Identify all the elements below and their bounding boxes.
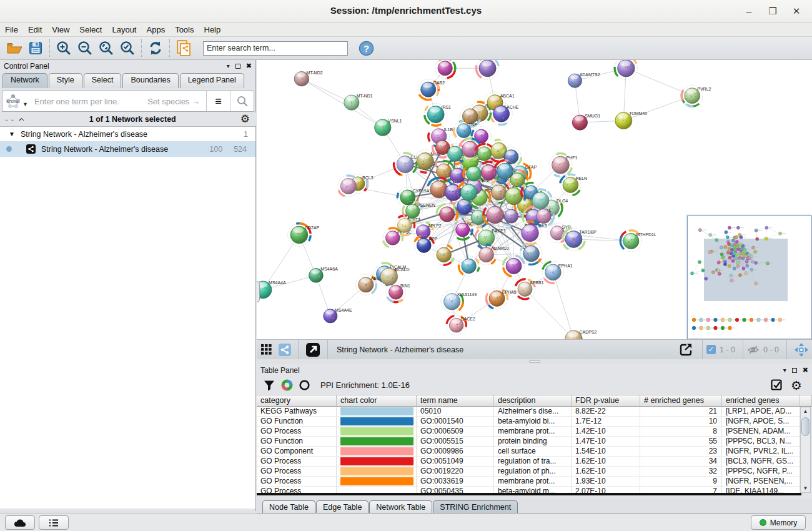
network-node[interactable]	[615, 60, 638, 80]
cell-term-name[interactable]: GO:0006509	[417, 427, 494, 437]
share-view-button[interactable]	[275, 340, 294, 359]
enrichment-row[interactable]: GO FunctionGO:0005515protein binding1.47…	[257, 437, 800, 447]
panel-minimize-icon[interactable]: ▾	[783, 367, 786, 374]
maximize-button[interactable]: ❐	[763, 4, 782, 18]
cell-category[interactable]: GO Function	[257, 417, 337, 427]
export-network-button[interactable]	[673, 340, 698, 359]
panel-float-icon[interactable]	[235, 64, 240, 69]
chart-button[interactable]	[278, 376, 295, 395]
enrichment-row[interactable]: KEGG Pathways05010Alzheimer's dise...8.8…	[257, 407, 800, 417]
cell-chart-color[interactable]	[337, 437, 417, 447]
network-node-bace2[interactable]: BACE2	[447, 315, 475, 335]
cell-chart-color[interactable]	[337, 487, 417, 493]
refresh-button[interactable]	[145, 39, 166, 57]
cell-enriched-gene-count[interactable]: 55	[640, 437, 722, 447]
grid-view-button[interactable]	[257, 340, 275, 359]
network-canvas[interactable]: MT-ND2MT-ND1VSNL1GAB2IRS1CHATABCA1ACHEIL…	[257, 60, 812, 339]
cell-chart-color[interactable]	[337, 427, 417, 437]
help-button[interactable]: ?	[355, 39, 377, 57]
tree-expand-caret-icon[interactable]: ▼	[9, 131, 15, 137]
menu-item-help[interactable]: Help	[199, 25, 226, 34]
network-options-gear-icon[interactable]: ⚙	[240, 114, 250, 124]
task-history-button[interactable]	[39, 515, 69, 530]
save-session-button[interactable]	[25, 39, 46, 57]
enrichment-row[interactable]: GO ProcessGO:0051049regulation of tra...…	[257, 457, 800, 467]
cell-fdr-p-value[interactable]: 2.07E-10	[572, 487, 640, 493]
panel-minimize-icon[interactable]: ▾	[227, 62, 230, 69]
cell-fdr-p-value[interactable]: 1.62E-10	[572, 457, 640, 467]
enrichment-row[interactable]: GO ComponentGO:0009986cell surface1.54E-…	[257, 447, 800, 457]
menu-item-apps[interactable]: Apps	[142, 25, 171, 34]
network-node[interactable]	[476, 60, 498, 79]
column-header-term-name[interactable]: term name	[417, 395, 494, 407]
network-node-cdk5[interactable]: CDK5	[518, 222, 547, 245]
network-node[interactable]	[435, 60, 455, 78]
column-header-chart-color[interactable]: chart color	[337, 395, 417, 407]
tab-boundaries[interactable]: Boundaries	[122, 73, 178, 88]
network-node-cadps2[interactable]: CADPS2	[565, 330, 597, 339]
network-node-pvrl2[interactable]: PVRL2	[681, 85, 711, 106]
minimize-button[interactable]: –	[740, 4, 758, 18]
network-node-kiaa1149[interactable]: KIAA1149	[441, 290, 477, 312]
table-scrollbar[interactable]: ▲ ▼	[800, 407, 811, 493]
network-node-ms4a4a[interactable]: MS4A4A	[257, 280, 286, 299]
cell-enriched-genes[interactable]: [IDE, KIAA1149...	[722, 487, 800, 493]
cell-term-name[interactable]: 05010	[417, 407, 494, 417]
cell-category[interactable]: GO Process	[257, 427, 337, 437]
cell-chart-color[interactable]	[337, 447, 417, 457]
column-header-enriched-genes[interactable]: enriched genes	[722, 395, 800, 407]
clear-chart-button[interactable]	[295, 376, 313, 395]
collapse-all-icon[interactable]: ᨈ	[19, 115, 24, 123]
cell-category[interactable]: GO Process	[257, 487, 337, 493]
cell-category[interactable]: GO Process	[257, 467, 337, 477]
cell-enriched-gene-count[interactable]: 23	[640, 447, 722, 457]
tab-edge-table[interactable]: Edge Table	[316, 500, 369, 513]
cell-term-name[interactable]: GO:0050435	[417, 487, 494, 493]
network-node-mt-nd2[interactable]: MT-ND2	[294, 71, 323, 86]
enrichment-row[interactable]: GO FunctionGO:0001540beta-amyloid bi...1…	[257, 417, 800, 427]
scroll-up-icon[interactable]: ▲	[801, 409, 810, 414]
birds-eye-view[interactable]	[687, 216, 812, 339]
cell-enriched-gene-count[interactable]: 34	[640, 457, 722, 467]
network-node[interactable]	[459, 139, 481, 161]
tab-network[interactable]: Network	[2, 73, 47, 88]
cell-fdr-p-value[interactable]: 1.93E-10	[572, 477, 640, 487]
column-header-category[interactable]: category	[257, 395, 337, 407]
cell-term-name[interactable]: GO:0019220	[417, 467, 494, 477]
cell-term-name[interactable]: GO:0009986	[417, 447, 494, 457]
cell-enriched-genes[interactable]: [NGFR, PSENEN,...	[722, 477, 800, 487]
network-node-gab2[interactable]: GAB2	[418, 79, 445, 100]
horizontal-splitter[interactable]	[257, 359, 812, 364]
network-node-epha1[interactable]: EPHA1	[542, 262, 573, 284]
expand-all-icon[interactable]: ⌄⌄	[4, 115, 15, 123]
cell-enriched-genes[interactable]: [LRP1, APOE, AD...	[722, 407, 800, 417]
enrichment-row[interactable]: GO ProcessGO:0019220regulation of ph...1…	[257, 467, 800, 477]
cell-term-name[interactable]: GO:0033619	[417, 477, 494, 487]
cell-category[interactable]: GO Component	[257, 447, 337, 457]
cell-term-name[interactable]: GO:0005515	[417, 437, 494, 447]
string-search-button[interactable]	[230, 91, 254, 111]
select-rows-button[interactable]	[767, 376, 786, 395]
cell-chart-color[interactable]	[337, 467, 417, 477]
cell-chart-color[interactable]	[337, 477, 417, 487]
panel-close-icon[interactable]: ✖	[246, 62, 252, 70]
open-file-button[interactable]	[4, 39, 25, 57]
cell-term-name[interactable]: GO:0001540	[417, 417, 494, 427]
column-header--enriched-genes[interactable]: # enriched genes	[640, 395, 722, 407]
cloud-tasks-button[interactable]	[5, 515, 35, 530]
cell-category[interactable]: GO Process	[257, 477, 337, 487]
menu-item-file[interactable]: File	[0, 25, 23, 34]
network-node-adamts2[interactable]: ADAMTS2	[568, 72, 600, 87]
tab-style[interactable]: Style	[49, 73, 82, 88]
zoom-selected-button[interactable]	[117, 39, 138, 57]
cell-enriched-gene-count[interactable]: 7	[640, 487, 722, 493]
network-node-mthfd1l[interactable]: MTHFD1L	[620, 231, 656, 252]
enrichment-row[interactable]: GO ProcessGO:0006509membrane prot...1.42…	[257, 427, 800, 437]
menu-item-view[interactable]: View	[47, 25, 74, 34]
menu-item-edit[interactable]: Edit	[23, 25, 47, 34]
cell-category[interactable]: GO Process	[257, 457, 337, 467]
panel-close-icon[interactable]: ✖	[803, 366, 808, 374]
column-header-description[interactable]: description	[494, 395, 572, 407]
cell-description[interactable]: protein binding	[494, 437, 572, 447]
network-collection-row[interactable]: ▼ String Network - Alzheimer's disease 1	[0, 127, 255, 141]
